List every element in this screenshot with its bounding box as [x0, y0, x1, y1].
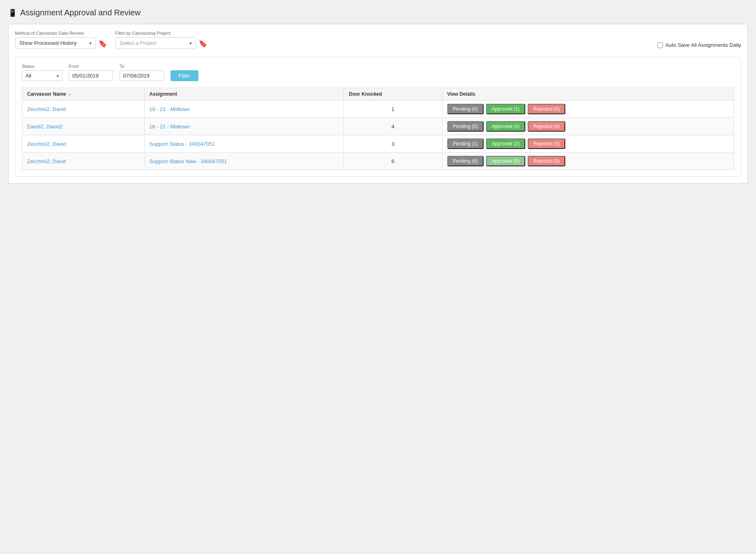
assignments-table: Canvasser Name ↕ Assignment Door Knocked…: [22, 88, 734, 170]
col-canvasser-name: Canvasser Name ↕: [22, 88, 145, 101]
cell-assignment: 18 - 21 - Midtown: [144, 118, 344, 135]
top-controls-bar: Method of Canvasser Data Review Show Pro…: [15, 31, 741, 49]
approved-badge[interactable]: Approved (4): [486, 121, 525, 132]
cell-door-knocked: 1: [344, 101, 442, 118]
pending-badge[interactable]: Pending (6): [447, 156, 484, 166]
project-bookmark-icon[interactable]: 🔖: [198, 39, 207, 48]
filter-section: Status All ▼ From To Filter: [15, 57, 741, 177]
page-title: 📱 Assignment Approval and Review: [8, 8, 748, 17]
status-label: Status: [22, 64, 62, 69]
method-select[interactable]: Show Processed History: [15, 37, 96, 49]
table-row: Zecchini2, David Support Status New - 34…: [22, 153, 734, 170]
assignment-link[interactable]: Support Status New - 340047051: [150, 158, 227, 164]
main-card: Method of Canvasser Data Review Show Pro…: [8, 24, 748, 184]
rejected-badge[interactable]: Rejected (0): [528, 121, 565, 132]
to-filter-group: To: [120, 64, 164, 81]
method-bookmark-icon[interactable]: 🔖: [98, 39, 107, 48]
auto-save-group: Auto Save All Assignments Daily: [657, 42, 741, 49]
project-select-wrapper: Select a Project ▼: [115, 37, 196, 49]
cell-view-details: Pending (1) Approved (2) Rejected (0): [442, 135, 734, 153]
cell-door-knocked: 3: [344, 135, 442, 153]
cell-assignment: Support Status New - 340047051: [144, 153, 344, 170]
pending-badge[interactable]: Pending (1): [447, 138, 484, 149]
table-header: Canvasser Name ↕ Assignment Door Knocked…: [22, 88, 734, 101]
rejected-badge[interactable]: Rejected (0): [528, 138, 565, 149]
assignment-link[interactable]: Support Status - 340047051: [150, 141, 215, 147]
from-filter-group: From: [69, 64, 113, 81]
col-door-knocked: Door Knocked: [344, 88, 442, 101]
rejected-badge[interactable]: Rejected (0): [528, 156, 565, 166]
badge-group: Pending (6) Approved (0) Rejected (0): [447, 156, 729, 166]
auto-save-checkbox[interactable]: [657, 42, 663, 48]
project-label: Filter by Canvassing Project: [115, 31, 207, 36]
method-row: Show Processed History ▼ 🔖: [15, 37, 107, 49]
to-label: To: [120, 64, 164, 69]
auto-save-label: Auto Save All Assignments Daily: [665, 42, 741, 48]
approved-badge[interactable]: Approved (1): [486, 104, 525, 114]
table-row: Zecchini2, David 18 - 21 - Midtown 1 Pen…: [22, 101, 734, 118]
rejected-badge[interactable]: Rejected (0): [528, 104, 565, 114]
table-header-row: Canvasser Name ↕ Assignment Door Knocked…: [22, 88, 734, 101]
cell-assignment: Support Status - 340047051: [144, 135, 344, 153]
from-label: From: [69, 64, 113, 69]
status-filter-group: Status All ▼: [22, 64, 62, 81]
cell-assignment: 18 - 21 - Midtown: [144, 101, 344, 118]
approved-badge[interactable]: Approved (2): [486, 138, 525, 149]
sort-icon: ↕: [69, 92, 71, 97]
assignment-link[interactable]: 18 - 21 - Midtown: [150, 106, 190, 112]
method-label: Method of Canvasser Data Review: [15, 31, 107, 36]
method-control-group: Method of Canvasser Data Review Show Pro…: [15, 31, 107, 49]
approved-badge[interactable]: Approved (0): [486, 156, 525, 166]
phone-icon: 📱: [8, 8, 17, 17]
badge-group: Pending (1) Approved (2) Rejected (0): [447, 138, 729, 149]
canvasser-link[interactable]: Zecchini2, David: [27, 158, 66, 164]
cell-view-details: Pending (0) Approved (4) Rejected (0): [442, 118, 734, 135]
cell-canvasser-name: Zecchini2, David: [22, 101, 145, 118]
table-body: Zecchini2, David 18 - 21 - Midtown 1 Pen…: [22, 101, 734, 170]
col-assignment: Assignment: [144, 88, 344, 101]
cell-view-details: Pending (0) Approved (1) Rejected (0): [442, 101, 734, 118]
cell-door-knocked: 4: [344, 118, 442, 135]
canvasser-link[interactable]: David2, David2: [27, 124, 63, 130]
filter-button[interactable]: Filter: [171, 70, 198, 81]
badge-group: Pending (0) Approved (1) Rejected (0): [447, 104, 729, 114]
from-date-input[interactable]: [69, 70, 113, 81]
cell-view-details: Pending (6) Approved (0) Rejected (0): [442, 153, 734, 170]
project-select[interactable]: Select a Project: [115, 37, 196, 49]
method-select-wrapper: Show Processed History ▼: [15, 37, 96, 49]
project-row: Select a Project ▼ 🔖: [115, 37, 207, 49]
col-view-details: View Details: [442, 88, 734, 101]
to-date-input[interactable]: [120, 70, 164, 81]
cell-canvasser-name: Zecchini2, David: [22, 135, 145, 153]
canvasser-link[interactable]: Zecchini2, David: [27, 106, 66, 112]
cell-canvasser-name: Zecchini2, David: [22, 153, 145, 170]
table-row: David2, David2 18 - 21 - Midtown 4 Pendi…: [22, 118, 734, 135]
status-select-wrapper: All ▼: [22, 70, 62, 81]
canvasser-link[interactable]: Zecchini2, David: [27, 141, 66, 147]
badge-group: Pending (0) Approved (4) Rejected (0): [447, 121, 729, 132]
assignment-link[interactable]: 18 - 21 - Midtown: [150, 124, 190, 130]
pending-badge[interactable]: Pending (0): [447, 104, 484, 114]
table-row: Zecchini2, David Support Status - 340047…: [22, 135, 734, 153]
filter-row: Status All ▼ From To Filter: [22, 64, 734, 81]
cell-door-knocked: 6: [344, 153, 442, 170]
project-control-group: Filter by Canvassing Project Select a Pr…: [115, 31, 207, 49]
status-select[interactable]: All: [22, 70, 62, 81]
cell-canvasser-name: David2, David2: [22, 118, 145, 135]
pending-badge[interactable]: Pending (0): [447, 121, 484, 132]
